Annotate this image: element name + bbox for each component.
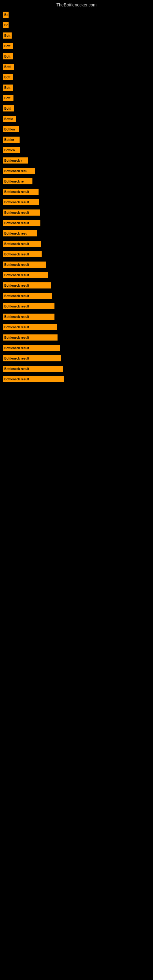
bar: Bottleneck result [3,282,51,288]
bar: Bott [3,43,13,49]
bar-row: Bottleneck result [3,272,153,278]
bar: Bott [3,95,13,101]
bar: Bottleneck result [3,376,64,382]
bar: Bottleneck result [3,272,48,278]
bar: Bottleneck result [3,199,39,205]
bar: Bottleneck result [3,324,57,330]
bar: Bottleneck result [3,241,41,247]
site-title: TheBottlenecker.com [0,0,153,9]
bar-row: Bottleneck result [3,199,153,205]
bar-row: Bottleneck result [3,293,153,299]
bar-row: Bottleneck result [3,189,153,195]
bar-row: Bottleneck result [3,324,153,330]
bar: Bottle [3,116,16,122]
bar-row: Bottl [3,64,153,70]
bar: Bottleneck result [3,334,57,340]
bar-row: Bottleneck result [3,210,153,216]
bar: Bottleneck resu [3,168,35,174]
bar-row: Bottlen [3,126,153,132]
bar: Bottl [3,64,14,70]
bar-row: Bottleneck result [3,241,153,247]
bar-row: Bo [3,12,153,18]
bar: Bottleneck result [3,210,40,216]
bar: Bottleneck result [3,345,60,351]
bar-row: Bott [3,84,153,91]
bar: Bottleneck result [3,293,52,299]
bar: Bo [3,12,9,18]
bar: Bott [3,53,13,59]
bar-row: Bottleneck result [3,303,153,309]
bar-row: Bottleneck result [3,251,153,257]
bar-row: Bottleneck result [3,313,153,320]
bar-row: Bottleneck result [3,220,153,226]
bar: Bottlen [3,126,19,132]
bar: Bottler [3,137,19,143]
bar-row: Bottleneck result [3,355,153,361]
bar-row: Bott [3,53,153,59]
bar-row: Bott [3,74,153,80]
bar-row: Bottl [3,105,153,111]
bar: Bottleneck result [3,303,54,309]
bar: Bott [3,74,13,80]
bar: Bottleneck result [3,366,63,372]
bar-row: Bottleneck result [3,282,153,288]
bar-row: Bottleneck result [3,376,153,382]
bar-row: Bottlen [3,147,153,153]
bar: Bottlen [3,147,20,153]
bar-row: Bottleneck resu [3,230,153,236]
bar: Bottleneck result [3,355,61,361]
bar: Bottleneck result [3,313,54,320]
bar: Bottleneck result [3,251,41,257]
bar-row: Bo [3,22,153,28]
bar-row: Bott [3,43,153,49]
bar: Bott [3,32,12,38]
bar: Bottleneck result [3,189,38,195]
chart-area: BoBoBottBottBottBottlBottBottBottBottlBo… [0,9,153,382]
bar: Bottleneck result [3,220,40,226]
bar: Bott [3,84,13,91]
bar: Bottleneck result [3,261,46,268]
bar-row: Bott [3,95,153,101]
bar-row: Bottleneck result [3,345,153,351]
bar-row: Bottleneck re [3,178,153,185]
bar: Bo [3,22,9,28]
bar: Bottleneck re [3,178,32,185]
bar-row: Bottle [3,116,153,122]
bar-row: Bottleneck result [3,261,153,268]
bar-row: Bottleneck result [3,334,153,340]
bar-row: Bottler [3,137,153,143]
bar-row: Bottleneck result [3,366,153,372]
bar: Bottleneck r [3,158,28,164]
bar-row: Bott [3,32,153,38]
bar: Bottl [3,105,14,111]
bar-row: Bottleneck r [3,158,153,164]
bar-row: Bottleneck resu [3,168,153,174]
bar: Bottleneck resu [3,230,37,236]
